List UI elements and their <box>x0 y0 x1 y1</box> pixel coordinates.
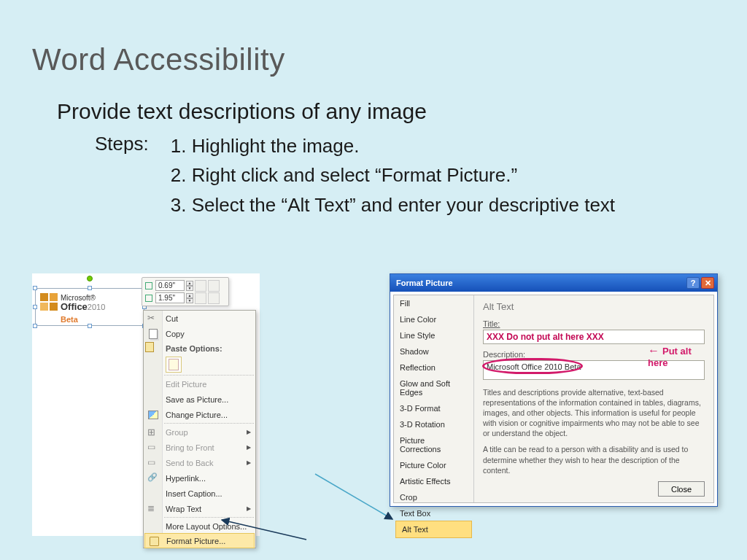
help-text-2: A title can be read to a person with a d… <box>483 444 705 475</box>
svg-line-1 <box>315 474 392 519</box>
height-spinner[interactable]: ▲▼ <box>186 281 193 291</box>
annotation-oval <box>482 358 583 374</box>
chevron-right-icon: ▶ <box>247 459 251 466</box>
context-menu: Cut Copy Paste Options: Edit Picture Sav… <box>143 310 256 548</box>
ctx-insert-caption[interactable]: Insert Caption... <box>144 486 255 501</box>
nav-shadow[interactable]: Shadow <box>394 343 473 359</box>
selected-image[interactable]: Microsoft® Office2010 Beta <box>35 288 144 326</box>
paste-keep-source-icon <box>166 357 182 373</box>
nav-artistic-effects[interactable]: Artistic Effects <box>394 473 473 489</box>
pos-button[interactable] <box>208 280 220 292</box>
ctx-copy[interactable]: Copy <box>144 326 255 341</box>
crop-button[interactable] <box>195 280 206 292</box>
subtitle: Provide text descriptions of any image <box>57 99 747 124</box>
chevron-right-icon: ▶ <box>247 505 251 512</box>
format-picture-icon <box>149 536 160 547</box>
wrap-text-icon <box>147 503 158 514</box>
group-icon <box>147 427 158 438</box>
ctx-send-back: Send to Back▶ <box>144 455 255 470</box>
ctx-more-layout[interactable]: More Layout Options... <box>144 518 255 534</box>
dialog-title: Format Picture <box>396 279 453 287</box>
nav-reflection[interactable]: Reflection <box>394 359 473 376</box>
annotation-put-alt-here: Put alt here <box>648 344 713 368</box>
ctx-wrap-text[interactable]: Wrap Text▶ <box>144 501 255 516</box>
height-field[interactable]: 0.69" <box>155 280 185 291</box>
help-text-1: Titles and descriptions provide alternat… <box>483 387 705 439</box>
bring-front-icon <box>147 442 158 453</box>
dialog-titlebar[interactable]: Format Picture ? ✕ <box>390 274 717 292</box>
steps-label: Steps: <box>57 133 149 221</box>
nav-text-box[interactable]: Text Box <box>394 505 473 521</box>
office-brand-text: Microsoft® Office2010 <box>61 295 105 311</box>
nav-crop[interactable]: Crop <box>394 489 473 505</box>
nav-fill[interactable]: Fill <box>394 295 473 311</box>
pane-heading: Alt Text <box>483 301 705 312</box>
ctx-edit-picture: Edit Picture <box>144 376 255 392</box>
width-spinner[interactable]: ▲▼ <box>186 293 193 303</box>
dialog-help-button[interactable]: ? <box>686 277 700 289</box>
beta-label: Beta <box>61 315 78 324</box>
nav-picture-corrections[interactable]: Picture Corrections <box>394 432 473 457</box>
hyperlink-icon <box>147 472 158 483</box>
width-field[interactable]: 1.95" <box>155 292 185 303</box>
wrap-button[interactable] <box>195 292 206 304</box>
ctx-format-picture[interactable]: Format Picture... <box>144 533 255 548</box>
step-1: 1. Highlight the image. <box>171 133 615 159</box>
nav-3d-format[interactable]: 3-D Format <box>394 400 473 416</box>
title-input[interactable]: XXX Do not put alt here XXX <box>483 330 705 344</box>
nav-alt-text[interactable]: Alt Text <box>395 521 472 538</box>
rotate-button[interactable] <box>208 292 220 304</box>
ctx-bring-front: Bring to Front▶ <box>144 440 255 455</box>
height-icon <box>144 281 154 291</box>
change-picture-icon <box>147 409 158 420</box>
alt-text-pane: Alt Text Title: XXX Do not put alt here … <box>474 295 713 502</box>
dialog-close-button[interactable]: ✕ <box>701 277 714 289</box>
title-label: Title: <box>483 319 705 328</box>
nav-line-style[interactable]: Line Style <box>394 327 473 343</box>
copy-icon <box>147 328 158 339</box>
close-button[interactable]: Close <box>658 481 705 497</box>
send-back-icon <box>147 457 158 468</box>
ctx-cut[interactable]: Cut <box>144 311 255 326</box>
format-picture-dialog: Format Picture ? ✕ Fill Line Color Line … <box>390 273 718 507</box>
ctx-paste-heading: Paste Options: <box>144 341 255 355</box>
nav-picture-color[interactable]: Picture Color <box>394 457 473 473</box>
chevron-right-icon: ▶ <box>247 444 251 451</box>
chevron-right-icon: ▶ <box>247 429 251 435</box>
rotate-handle[interactable] <box>87 276 93 281</box>
step-3: 3. Select the “Alt Text” and enter your … <box>171 192 615 218</box>
cut-icon <box>147 313 158 324</box>
step-2: 2. Right click and select “Format Pictur… <box>171 162 615 188</box>
width-icon <box>144 293 154 303</box>
nav-3d-rotation[interactable]: 3-D Rotation <box>394 416 473 432</box>
word-context-menu-screenshot: Microsoft® Office2010 Beta 0.69" ▲▼ 1.95… <box>32 273 260 536</box>
ctx-change-picture[interactable]: Change Picture... <box>144 407 255 422</box>
body-text: Provide text descriptions of any image S… <box>0 77 747 221</box>
slide-title: Word Accessibility <box>0 0 747 77</box>
ctx-save-as-picture[interactable]: Save as Picture... <box>144 392 255 407</box>
ctx-hyperlink[interactable]: Hyperlink... <box>144 470 255 486</box>
nav-line-color[interactable]: Line Color <box>394 311 473 327</box>
nav-glow[interactable]: Glow and Soft Edges <box>394 376 473 400</box>
ctx-paste-option[interactable] <box>144 355 255 374</box>
ctx-group: Group▶ <box>144 424 255 440</box>
picture-mini-toolbar: 0.69" ▲▼ 1.95" ▲▼ <box>142 277 229 306</box>
dialog-nav: Fill Line Color Line Style Shadow Reflec… <box>394 295 474 502</box>
office-logo-icon <box>40 293 58 311</box>
